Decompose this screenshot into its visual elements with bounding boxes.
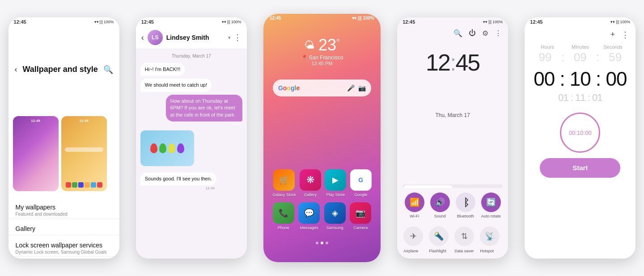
menu-item-gallery[interactable]: Gallery (8, 219, 119, 235)
app-samsung[interactable]: ◈ Samsung (324, 202, 346, 230)
airplane-label: Airplane (403, 249, 418, 253)
autorotate-ctrl-icon: 🔄 (481, 192, 501, 212)
search-icon[interactable]: 🔍 (103, 65, 113, 75)
message-header: ‹ LS Lindsey Smith ▾ ⋮ (136, 26, 247, 49)
ctrl-flashlight[interactable]: 🔦 Flashlight (429, 226, 451, 254)
app-playstore[interactable]: ▶ Play Store (325, 169, 346, 197)
wallpaper-thumb-1[interactable]: 12:45 (13, 116, 59, 191)
time-1: 12:45 (14, 19, 26, 25)
signal-icon-4: ||| (488, 20, 491, 24)
status-icons-4: ▾▾ ||| 100% (483, 20, 503, 24)
search-lock-icon[interactable]: 🔍 (453, 29, 462, 38)
app-label-camera: Camera (353, 226, 368, 230)
control-grid-2: ✈ Airplane 🔦 Flashlight ⇅ Data saver 📡 H… (397, 226, 508, 254)
settings-icon[interactable]: ⚙ (482, 29, 488, 38)
timer-sub-value: 01 : 11 : 01 (558, 92, 602, 103)
app-icon-playstore: ▶ (325, 169, 346, 191)
ctrl-autorotate[interactable]: 🔄 Auto rotate (480, 192, 502, 218)
timer-top-numbers: 99 : 09 : 59 (525, 50, 636, 65)
app-galaxy-store[interactable]: 🛒 Galaxy Store (272, 169, 296, 197)
app-phone[interactable]: 📞 Phone (273, 202, 294, 230)
homescreen-status: 12:45 ▾▾ ||| 100% (263, 14, 381, 22)
menu-item-title: Lock screen wallpaper services (16, 242, 112, 249)
avatar-image: LS (148, 30, 163, 45)
battery-icon-1: 100% (104, 20, 114, 24)
menu-list: My wallpapers Featured and downloaded Ga… (8, 196, 119, 259)
wifi-label: Wi-Fi (410, 214, 419, 218)
mini-apps (65, 182, 103, 188)
flashlight-label: Flashlight (429, 249, 446, 253)
ctrl-datasaver[interactable]: ⇅ Data saver (454, 226, 476, 254)
dot-1 (316, 242, 318, 244)
app-icon-galaxy: 🛒 (273, 169, 295, 191)
mic-icon[interactable]: 🎤 (347, 84, 355, 92)
app-icon-samsung: ◈ (324, 202, 346, 224)
power-icon[interactable]: ⏻ (469, 29, 476, 38)
back-button[interactable]: ‹ (141, 33, 144, 42)
app-icon-messages: 💬 (298, 202, 320, 224)
airplane-icon: ✈ (403, 226, 423, 246)
time-4: 12:45 (402, 19, 415, 25)
ctrl-bluetooth[interactable]: Bluetooth (454, 192, 476, 218)
app-camera[interactable]: 📷 Camera (350, 202, 371, 230)
menu-item-title: My wallpapers (16, 204, 112, 211)
app-label-gallery: Gallery (304, 192, 317, 197)
ctrl-sound[interactable]: 🔊 Sound (429, 192, 451, 218)
app-messages[interactable]: 💬 Messages (298, 202, 320, 230)
tab-device-control[interactable]: Device control (403, 185, 453, 188)
menu-item-title: Gallery (16, 225, 112, 232)
ctrl-hotspot[interactable]: 📡 Hotspot (480, 226, 502, 254)
menu-item-sub: Featured and downloaded (16, 212, 112, 217)
mini-app-dot (66, 182, 71, 188)
control-grid-1: 📶 Wi-Fi 🔊 Sound Bluetooth 🔄 Auto rotate (397, 192, 508, 218)
balloon-yellow (168, 143, 175, 153)
more-lock-icon[interactable]: ⋮ (495, 29, 502, 38)
chat-area: Thursday, March 17 Hi~! I'm BACK!!! We s… (136, 49, 247, 259)
bubble-received-3: Sounds good. I'll see you then. 12:40 (140, 172, 216, 185)
page-title: Wallpaper and style (22, 65, 97, 74)
wallpaper-previews: 12:45 12:45 (8, 112, 119, 196)
phone-control: 12:45 ▾▾ ||| 100% 🔍 ⏻ ⚙ ⋮ 12:45 Thu, Mar… (397, 17, 508, 259)
timer-circle: 00:10:00 (560, 113, 600, 153)
contact-name[interactable]: Lindsey Smith (166, 34, 228, 41)
app-google[interactable]: G Google (350, 169, 372, 197)
bubble-received-2: We should meet to catch up! (140, 79, 212, 92)
timer-column-labels: Hours Minutes Seconds (525, 42, 636, 50)
search-bar[interactable]: Google 🎤 📷 (273, 79, 371, 96)
bubble-sent-1: How about on Thursday at 6PM? If you are… (166, 95, 242, 121)
wifi-icon-4: ▾▾ (483, 20, 487, 24)
signal-icon-5: ||| (616, 20, 619, 24)
start-button[interactable]: Start (540, 158, 620, 178)
mini-app-dot (78, 182, 84, 188)
datasaver-label: Data saver (454, 249, 474, 253)
mini-status-1: 12:45 (13, 119, 59, 123)
wallpaper-thumb-2[interactable]: 12:45 (61, 116, 107, 191)
more-timer-icon[interactable]: ⋮ (621, 30, 629, 40)
top-seconds: 59 (599, 50, 631, 64)
signal-icon-3: ||| (358, 16, 361, 21)
tab-media-output[interactable]: Media ouput (453, 184, 503, 188)
timer-circle-value: 00:10:00 (569, 130, 592, 136)
bubble-text: Sounds good. I'll see you then. (145, 176, 212, 181)
datasaver-icon: ⇅ (454, 226, 474, 246)
camera-search-icon[interactable]: 📷 (358, 84, 366, 92)
app-row-1: 🛒 Galaxy Store ❋ Gallery ▶ Play Store G … (271, 169, 373, 197)
add-timer-icon[interactable]: + (610, 30, 615, 40)
hotspot-icon: 📡 (480, 226, 500, 246)
menu-item-wallpapers[interactable]: My wallpapers Featured and downloaded (8, 197, 119, 219)
mini-search (65, 147, 103, 152)
back-icon[interactable]: ‹ (15, 65, 17, 74)
more-icon[interactable]: ⋮ (233, 33, 242, 42)
temp-degree: ° (336, 38, 340, 48)
app-label-samsung: Samsung (326, 226, 343, 230)
app-gallery[interactable]: ❋ Gallery (300, 169, 321, 197)
pin-icon: 📍 (301, 54, 308, 61)
dot-2 (321, 242, 323, 244)
sound-ctrl-icon: 🔊 (430, 192, 450, 212)
app-grid: 🛒 Galaxy Store ❋ Gallery ▶ Play Store G … (263, 169, 381, 235)
menu-item-lockscreen[interactable]: Lock screen wallpaper services Dynamic L… (8, 235, 119, 257)
wifi-icon-1: ▾▾ (94, 20, 99, 24)
bluetooth-label: Bluetooth (457, 214, 474, 218)
ctrl-airplane[interactable]: ✈ Airplane (403, 226, 425, 254)
ctrl-wifi[interactable]: 📶 Wi-Fi (403, 192, 425, 218)
